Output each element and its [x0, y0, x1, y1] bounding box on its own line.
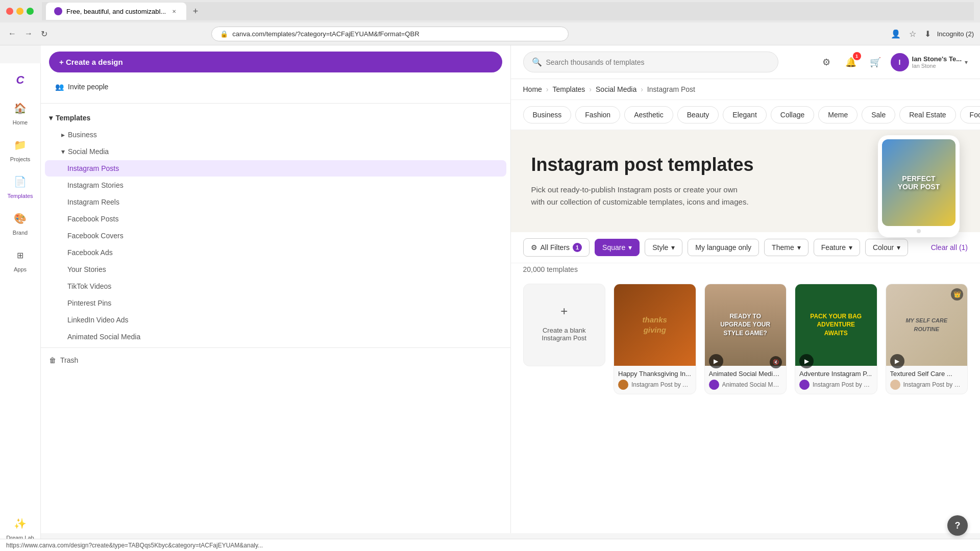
url-bar[interactable]: 🔒 canva.com/templates/?category=tACFajEY…: [211, 27, 569, 41]
sidebar-item-trash[interactable]: 🗑 Trash: [41, 352, 510, 368]
author-name-adventure: Instagram Post by Canva Cr...: [813, 381, 873, 388]
blank-template-card[interactable]: + Create a blank Instagram Post: [523, 284, 606, 366]
sidebar-item-pinterest-pins[interactable]: Pinterest Pins: [45, 295, 506, 311]
notification-btn[interactable]: 🔔 1: [842, 53, 860, 71]
instagram-stories-label: Instagram Stories: [67, 181, 124, 189]
all-filters-btn[interactable]: ⚙ All Filters 1: [523, 238, 590, 257]
sidebar-templates-header[interactable]: ▾ Templates: [41, 110, 510, 126]
sidebar-item-home[interactable]: 🏠 Home: [2, 95, 39, 130]
sidebar-item-animated-social[interactable]: Animated Social Media: [45, 329, 506, 345]
results-count: 20,000 templates: [511, 263, 981, 276]
facebook-covers-label: Facebook Covers: [67, 232, 124, 240]
colour-filter-btn[interactable]: Colour ▾: [865, 239, 908, 256]
sidebar-item-tiktok-videos[interactable]: TikTok Videos: [45, 278, 506, 294]
style-filter-btn[interactable]: Style ▾: [645, 239, 682, 256]
blank-plus-icon: +: [560, 304, 568, 318]
clear-all-btn[interactable]: Clear all (1): [931, 243, 968, 252]
invite-label: Invite people: [68, 83, 108, 91]
social-media-label: Social Media: [68, 147, 109, 156]
phone-dot: [917, 229, 921, 233]
apps-label: Apps: [14, 266, 27, 272]
category-pill-meme[interactable]: Meme: [818, 106, 857, 123]
feature-filter-btn[interactable]: Feature ▾: [814, 239, 860, 256]
window-controls: [6, 8, 34, 15]
template-card-selfcare[interactable]: MY SELF CAREROUTINE ▶ 👑 Textured Self Ca…: [886, 284, 968, 394]
sidebar-item-instagram-stories[interactable]: Instagram Stories: [45, 177, 506, 193]
category-pill-food[interactable]: Food: [960, 106, 980, 123]
invite-icon: 👥: [55, 83, 64, 91]
breadcrumb-home[interactable]: Home: [523, 85, 542, 93]
breadcrumb-social-media[interactable]: Social Media: [596, 85, 636, 93]
search-input[interactable]: [546, 58, 770, 66]
breadcrumb-current: Instagram Post: [647, 85, 695, 93]
sidebar-item-business[interactable]: ▸ Business: [45, 127, 506, 143]
sidebar-item-social-media[interactable]: ▾ Social Media: [45, 143, 506, 160]
template-card-thanksgiving[interactable]: thanksgiving Happy Thanksgiving In... In…: [614, 284, 696, 394]
reload-btn[interactable]: ↻: [39, 27, 50, 41]
tab-title: Free, beautiful, and customizabl...: [66, 8, 166, 15]
breadcrumb-sep-2: ›: [589, 85, 592, 93]
download-btn[interactable]: ⬇: [922, 27, 933, 41]
language-filter-btn[interactable]: My language only: [688, 239, 759, 256]
maximize-window-btn[interactable]: [27, 8, 34, 15]
forward-btn[interactable]: →: [22, 27, 35, 40]
sidebar-item-facebook-ads[interactable]: Facebook Ads: [45, 244, 506, 261]
dropdown-chevron-icon: ▾: [965, 59, 968, 66]
pinterest-pins-label: Pinterest Pins: [67, 299, 111, 307]
new-tab-btn[interactable]: +: [188, 4, 203, 18]
sidebar-item-your-stories[interactable]: Your Stories: [45, 261, 506, 278]
sidebar-bottom-separator: [41, 347, 510, 348]
active-tab[interactable]: Free, beautiful, and customizabl... ✕: [46, 3, 186, 20]
category-pill-elegant[interactable]: Elegant: [723, 106, 766, 123]
category-pill-real-estate[interactable]: Real Estate: [899, 106, 955, 123]
search-icon: 🔍: [532, 57, 542, 67]
search-box[interactable]: 🔍: [523, 52, 778, 72]
user-info: Ian Stone's Te... Ian Stone: [912, 55, 962, 69]
hero-banner: Instagram post templates Pick out ready-…: [511, 130, 981, 232]
create-design-btn[interactable]: + Create a design: [49, 52, 502, 72]
brand-label: Brand: [13, 230, 28, 236]
sidebar-item-templates[interactable]: 📄 Templates: [2, 168, 39, 203]
template-grid: + Create a blank Instagram Post thanksgi…: [523, 284, 968, 394]
close-window-btn[interactable]: [6, 8, 13, 15]
invite-people-btn[interactable]: 👥 Invite people: [49, 79, 502, 95]
sidebar-item-facebook-covers[interactable]: Facebook Covers: [45, 228, 506, 244]
category-pill-sale[interactable]: Sale: [862, 106, 895, 123]
cart-btn[interactable]: 🛒: [866, 53, 885, 71]
theme-filter-btn[interactable]: Theme ▾: [764, 239, 808, 256]
bookmark-btn[interactable]: ☆: [907, 27, 918, 41]
breadcrumb-templates[interactable]: Templates: [553, 85, 585, 93]
category-pill-beauty[interactable]: Beauty: [677, 106, 719, 123]
back-btn[interactable]: ←: [6, 27, 18, 40]
sidebar-item-instagram-reels[interactable]: Instagram Reels: [45, 194, 506, 210]
category-pill-collage[interactable]: Collage: [771, 106, 814, 123]
category-pill-fashion[interactable]: Fashion: [575, 106, 620, 123]
sidebar-item-linkedin-video-ads[interactable]: LinkedIn Video Ads: [45, 312, 506, 328]
sidebar-item-facebook-posts[interactable]: Facebook Posts: [45, 211, 506, 227]
category-pill-aesthetic[interactable]: Aesthetic: [624, 106, 673, 123]
sidebar-item-brand[interactable]: 🎨 Brand: [2, 205, 39, 240]
user-dropdown[interactable]: I Ian Stone's Te... Ian Stone ▾: [891, 53, 968, 71]
format-label: Square: [602, 243, 625, 252]
help-icon: ?: [955, 520, 961, 531]
category-pill-business[interactable]: Business: [523, 106, 572, 123]
minimize-window-btn[interactable]: [16, 8, 23, 15]
template-card-animated-social[interactable]: READY TOUPGRADE YOURSTYLE GAME? ▶ 🔇 Anim…: [704, 284, 787, 394]
sidebar-templates-section: ▾ Templates ▸ Business ▾ Social Media In…: [41, 108, 510, 347]
sidebar-item-projects[interactable]: 📁 Projects: [2, 132, 39, 166]
sidebar-item-instagram-posts[interactable]: Instagram Posts: [45, 160, 506, 177]
style-chevron-icon: ▾: [671, 243, 675, 252]
template-card-adventure[interactable]: PACK YOUR BAGADVENTUREAWAITS ▶ Adventure…: [795, 284, 877, 394]
tab-close-btn[interactable]: ✕: [170, 7, 178, 15]
social-media-expand-icon: ▾: [61, 147, 65, 156]
sidebar-item-apps[interactable]: ⊞ Apps: [2, 242, 39, 277]
play-icon-adventure: ▶: [799, 354, 814, 368]
blank-card-label: Create a blank Instagram Post: [524, 322, 605, 346]
settings-btn[interactable]: ⚙: [817, 53, 836, 71]
help-btn[interactable]: ?: [947, 515, 968, 536]
hero-image: PERFECTYOUR POST: [878, 135, 960, 237]
template-meta-selfcare: Textured Self Care ... Instagram Post by…: [886, 366, 968, 394]
profile-icon[interactable]: 👤: [889, 27, 903, 41]
format-filter-btn[interactable]: Square ▾: [595, 239, 640, 256]
theme-label: Theme: [772, 243, 794, 252]
